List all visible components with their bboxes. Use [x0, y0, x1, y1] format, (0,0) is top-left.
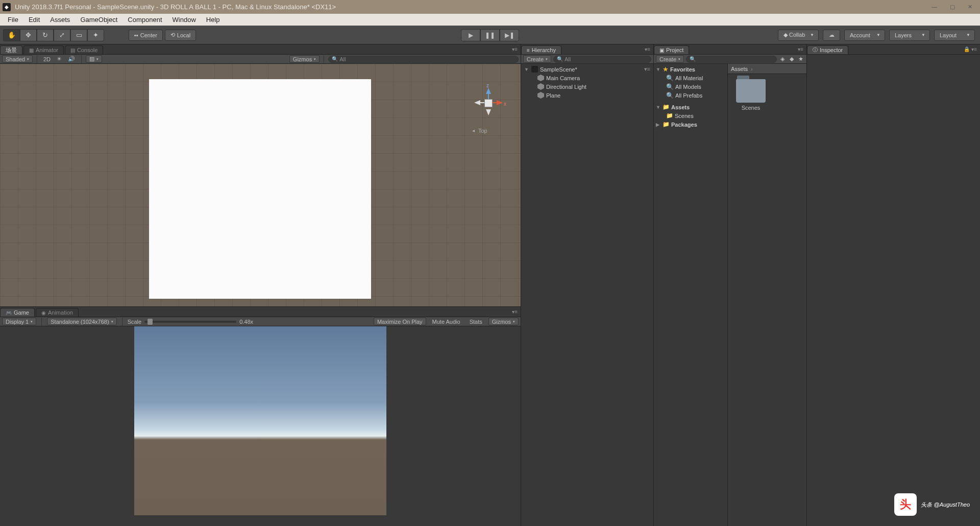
- game-scale-value: 0.48x: [239, 319, 253, 325]
- move-tool-button[interactable]: ✥: [20, 29, 37, 41]
- game-aspect-dropdown[interactable]: Standalone (1024x768)▾: [47, 318, 116, 325]
- project-filter-button[interactable]: ◈: [779, 56, 786, 63]
- handle-rotation-button[interactable]: ⟲Local: [165, 30, 196, 41]
- gizmo-negx-axis-icon[interactable]: [474, 100, 480, 105]
- step-button[interactable]: ▶❚: [500, 29, 519, 41]
- watermark-badge-icon: 头: [894, 493, 917, 516]
- menu-component[interactable]: Component: [122, 14, 167, 25]
- scene-gizmos-dropdown[interactable]: Gizmos▾: [289, 55, 320, 63]
- rotate-tool-button[interactable]: ↻: [37, 29, 54, 41]
- project-scenes-folder[interactable]: 📁Scenes: [654, 111, 727, 120]
- project-toolbar: Create▾ 🔍 ◈ ◆ ★: [654, 55, 806, 64]
- hierarchy-panel-tabs: ≡Hierarchy ▾≡: [521, 44, 653, 55]
- menu-file[interactable]: File: [3, 14, 23, 25]
- hierarchy-tree: ▼ SampleScene* ▾≡ Main Camera Directiona…: [521, 64, 653, 526]
- hand-tool-button[interactable]: ✋: [3, 29, 20, 41]
- window-title: Unity 2018.3.7f1 Personal - SampleScene.…: [15, 3, 932, 11]
- game-display-dropdown[interactable]: Display 1▾: [2, 318, 36, 325]
- scene-search[interactable]: 🔍All: [328, 56, 519, 63]
- pivot-mode-button[interactable]: ▪▪Center: [129, 30, 163, 41]
- project-fav-models[interactable]: 🔍All Models: [654, 82, 727, 91]
- tab-animation[interactable]: ◉Animation: [36, 308, 79, 317]
- game-stats-toggle[interactable]: Stats: [467, 319, 485, 325]
- project-save-search-button[interactable]: ★: [797, 56, 804, 63]
- gizmo-negz-axis-icon[interactable]: [486, 109, 491, 115]
- project-search[interactable]: 🔍: [686, 56, 777, 63]
- cloud-button[interactable]: ☁: [823, 30, 840, 41]
- project-type-button[interactable]: ◆: [788, 56, 795, 63]
- pause-button[interactable]: ❚❚: [480, 29, 500, 41]
- scene-options-icon[interactable]: ▾≡: [644, 66, 650, 73]
- animation-icon: ◉: [41, 310, 46, 316]
- scale-tool-button[interactable]: ⤢: [54, 29, 70, 41]
- game-mute-toggle[interactable]: Mute Audio: [429, 319, 463, 325]
- hierarchy-panel-menu[interactable]: ▾≡: [642, 44, 653, 54]
- transform-tool-button[interactable]: ✦: [87, 29, 104, 41]
- gizmo-x-axis-icon[interactable]: [497, 100, 503, 105]
- cloud-icon: ☁: [829, 32, 835, 38]
- collab-dropdown[interactable]: ◆ Collab▼: [778, 30, 819, 41]
- scene-panel-menu[interactable]: ▾≡: [509, 44, 521, 54]
- tab-inspector[interactable]: ⓘInspector: [807, 45, 848, 54]
- rect-tool-button[interactable]: ▭: [70, 29, 87, 41]
- account-dropdown[interactable]: Account▼: [844, 30, 885, 41]
- scene-fx-dropdown[interactable]: ▨▾: [86, 55, 102, 63]
- menu-gameobject[interactable]: GameObject: [75, 14, 122, 25]
- scene-audio-toggle[interactable]: 🔊: [66, 56, 77, 62]
- layout-dropdown[interactable]: Layout▼: [934, 30, 975, 41]
- project-folder-scenes[interactable]: Scenes: [733, 79, 769, 111]
- project-assets-header[interactable]: ▼📁Assets: [654, 103, 727, 111]
- play-button[interactable]: ▶: [461, 29, 480, 41]
- transform-tool-group: ✋ ✥ ↻ ⤢ ▭ ✦: [3, 29, 104, 41]
- project-create-dropdown[interactable]: Create▾: [656, 55, 684, 63]
- hierarchy-item-plane[interactable]: Plane: [521, 91, 653, 100]
- tab-scene[interactable]: 场景: [0, 45, 22, 54]
- expand-arrow-icon[interactable]: ▼: [524, 67, 529, 72]
- tab-project[interactable]: ▣Project: [654, 45, 689, 54]
- search-icon: 🔍: [666, 75, 674, 82]
- hierarchy-create-dropdown[interactable]: Create▾: [523, 55, 551, 63]
- tab-game[interactable]: 🎮Game: [0, 308, 35, 317]
- project-favorites-header[interactable]: ▼★Favorites: [654, 65, 727, 74]
- tab-hierarchy[interactable]: ≡Hierarchy: [521, 45, 561, 54]
- scene-view[interactable]: z x ◂ Top: [0, 64, 521, 306]
- scene-lighting-toggle[interactable]: ☀: [55, 56, 64, 62]
- menu-edit[interactable]: Edit: [23, 14, 45, 25]
- inspector-panel-menu[interactable]: 🔒 ▾≡: [961, 44, 980, 54]
- project-icon: ▣: [659, 47, 664, 53]
- scene-2d-toggle[interactable]: 2D: [41, 56, 53, 62]
- project-fav-materials[interactable]: 🔍All Material: [654, 74, 727, 82]
- menu-window[interactable]: Window: [167, 14, 201, 25]
- scene-plane-object[interactable]: [149, 79, 371, 299]
- tab-console[interactable]: ▤Console: [65, 45, 103, 54]
- game-maximize-toggle[interactable]: Maximize On Play: [374, 318, 426, 325]
- close-button[interactable]: ✕: [968, 4, 972, 10]
- folder-icon: 📁: [663, 104, 670, 110]
- hierarchy-search[interactable]: 🔍All: [553, 56, 651, 63]
- game-scale-slider[interactable]: [144, 321, 236, 323]
- project-packages-header[interactable]: ▶📁Packages: [654, 120, 727, 129]
- minimize-button[interactable]: —: [932, 4, 937, 10]
- menu-help[interactable]: Help: [201, 14, 225, 25]
- search-icon: 🔍: [666, 83, 674, 90]
- hierarchy-item-light[interactable]: Directional Light: [521, 82, 653, 91]
- game-gizmos-dropdown[interactable]: Gizmos▾: [488, 318, 519, 325]
- gizmo-center-cube-icon[interactable]: [484, 99, 493, 107]
- gizmo-z-axis-icon[interactable]: [486, 88, 491, 94]
- menu-assets[interactable]: Assets: [45, 14, 75, 25]
- scene-shading-dropdown[interactable]: Shaded▾: [2, 55, 33, 63]
- gameobject-icon: [537, 92, 544, 99]
- gizmo-view-label[interactable]: Top: [478, 128, 487, 134]
- layers-dropdown[interactable]: Layers▼: [889, 30, 930, 41]
- tab-animator[interactable]: ▦Animator: [23, 45, 64, 54]
- scene-panel-tabs: 场景 ▦Animator ▤Console ▾≡: [0, 44, 521, 55]
- game-icon: 🎮: [6, 310, 12, 316]
- project-breadcrumb[interactable]: Assets›: [728, 64, 806, 74]
- project-fav-prefabs[interactable]: 🔍All Prefabs: [654, 91, 727, 100]
- hierarchy-scene-row[interactable]: ▼ SampleScene* ▾≡: [521, 65, 653, 74]
- maximize-button[interactable]: ▢: [950, 4, 955, 10]
- project-panel-menu[interactable]: ▾≡: [795, 44, 806, 54]
- hierarchy-item-camera[interactable]: Main Camera: [521, 74, 653, 82]
- scene-orientation-gizmo[interactable]: z x ◂ Top: [467, 77, 508, 138]
- game-panel-menu[interactable]: ▾≡: [509, 307, 521, 317]
